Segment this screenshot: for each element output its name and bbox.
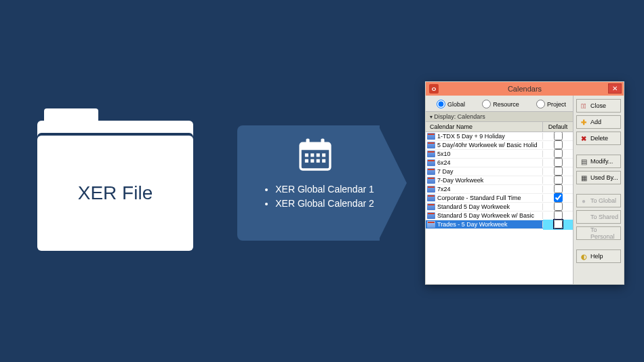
delete-icon: ✖ xyxy=(580,134,588,142)
close-icon: �⃞ xyxy=(580,102,588,110)
delete-button[interactable]: ✖Delete xyxy=(576,132,621,145)
svg-rect-2 xyxy=(306,138,310,146)
arrow-content: XER Global Calendar 1 XER Global Calenda… xyxy=(237,125,393,241)
modify-button[interactable]: ▤Modify... xyxy=(576,155,621,168)
default-checkbox[interactable] xyxy=(554,167,563,176)
svg-rect-7 xyxy=(322,153,325,157)
button-label: Used By... xyxy=(590,174,618,181)
to-global-button[interactable]: ●To Global xyxy=(576,194,621,207)
scope-radio-global[interactable]: Global xyxy=(437,100,465,108)
radio-input[interactable] xyxy=(437,100,445,108)
svg-rect-3 xyxy=(321,138,324,146)
calendar-row-icon xyxy=(427,195,435,201)
row-name: 1-TDX 5 Day + 9 Holiday xyxy=(437,133,543,140)
default-checkbox[interactable] xyxy=(554,211,563,220)
left-pane: Global Resource Project Display: Calenda… xyxy=(426,96,573,284)
default-checkbox[interactable] xyxy=(554,193,563,202)
row-name: Standard 5 Day Workweek w/ Basic xyxy=(437,212,543,219)
svg-rect-8 xyxy=(305,159,308,163)
close-button[interactable]: �⃞Close xyxy=(576,99,621,113)
svg-rect-5 xyxy=(310,153,314,157)
default-checkbox[interactable] xyxy=(554,158,563,167)
arrow-list: XER Global Calendar 1 XER Global Calenda… xyxy=(256,182,374,211)
table-row[interactable]: Trades - 5 Day Workweek xyxy=(426,220,573,229)
scope-radio-project[interactable]: Project xyxy=(536,100,566,108)
calendar-row-icon xyxy=(427,150,435,157)
title-bar: O Calendars ✕ xyxy=(426,82,624,96)
used-by-button[interactable]: ▦Used By... xyxy=(576,171,621,184)
to-shared-button[interactable]: To Shared xyxy=(576,210,621,224)
help-button[interactable]: ◐Help xyxy=(576,249,621,263)
default-checkbox[interactable] xyxy=(554,132,563,140)
dot-icon: ● xyxy=(580,197,588,205)
calendar-row-icon xyxy=(427,142,435,148)
svg-rect-11 xyxy=(322,159,325,163)
xer-file-folder: XER File xyxy=(37,108,193,254)
svg-rect-10 xyxy=(317,159,320,163)
default-checkbox[interactable] xyxy=(554,184,563,193)
row-name: 7x24 xyxy=(437,186,543,193)
calendar-row-icon xyxy=(427,168,435,175)
button-label: Modify... xyxy=(590,158,613,165)
calendar-row-icon xyxy=(427,203,435,210)
column-default[interactable]: Default xyxy=(543,122,573,132)
help-icon: ◐ xyxy=(580,252,588,260)
window-close-button[interactable]: ✕ xyxy=(608,83,622,94)
calendar-row-icon xyxy=(427,186,435,193)
row-name: 7-Day Workweek xyxy=(437,177,543,184)
row-default-cell[interactable] xyxy=(543,220,573,230)
add-button[interactable]: ✚Add xyxy=(576,115,621,129)
default-checkbox[interactable] xyxy=(554,202,563,211)
default-checkbox[interactable] xyxy=(554,149,563,158)
table-header: Calendar Name Default xyxy=(426,122,573,132)
button-label: Delete xyxy=(590,135,608,142)
default-checkbox[interactable] xyxy=(554,220,563,228)
button-label: Help xyxy=(590,253,603,260)
blank-icon xyxy=(580,213,588,221)
calendar-row-icon xyxy=(427,159,435,166)
calendar-row-icon xyxy=(427,221,435,228)
right-pane: �⃞Close ✚Add ✖Delete ▤Modify... ▦Used By… xyxy=(573,96,624,284)
row-name: 5x10 xyxy=(437,150,543,157)
radio-label: Global xyxy=(447,101,465,108)
add-icon: ✚ xyxy=(580,118,588,126)
row-name: 6x24 xyxy=(437,159,543,166)
svg-rect-1 xyxy=(300,143,330,150)
default-checkbox[interactable] xyxy=(554,140,563,149)
button-label: Add xyxy=(590,119,601,125)
row-name: Corporate - Standard Full Time xyxy=(437,195,543,201)
list-item: XER Global Calendar 1 xyxy=(275,182,374,197)
scope-radio-group: Global Resource Project xyxy=(426,96,573,111)
default-checkbox[interactable] xyxy=(554,176,563,184)
radio-input[interactable] xyxy=(482,100,491,108)
radio-input[interactable] xyxy=(536,100,545,108)
dialog-body: Global Resource Project Display: Calenda… xyxy=(426,96,624,284)
button-label: To Personal xyxy=(590,226,620,240)
calendar-row-icon xyxy=(427,212,435,219)
column-name[interactable]: Calendar Name xyxy=(426,122,543,132)
radio-label: Project xyxy=(547,101,566,108)
row-name: Trades - 5 Day Workweek xyxy=(437,221,543,228)
calendars-dialog: O Calendars ✕ Global Resource Project Di… xyxy=(425,81,624,285)
calendar-icon xyxy=(297,136,334,173)
to-personal-button[interactable]: To Personal xyxy=(576,226,621,240)
table-body[interactable]: 1-TDX 5 Day + 9 Holiday5 Day/40hr Workwe… xyxy=(426,132,573,284)
calendar-row-icon xyxy=(427,133,435,140)
button-label: Close xyxy=(590,102,606,109)
row-name: 7 Day xyxy=(437,168,543,175)
blank-icon xyxy=(580,229,588,237)
button-label: To Shared xyxy=(590,214,618,220)
scope-radio-resource[interactable]: Resource xyxy=(482,100,519,108)
calendar-row-icon xyxy=(427,177,435,184)
import-arrow-step: XER Global Calendar 1 XER Global Calenda… xyxy=(237,125,414,241)
svg-rect-6 xyxy=(317,153,320,157)
svg-rect-9 xyxy=(310,159,314,163)
display-toggle[interactable]: Display: Calendars xyxy=(426,111,573,122)
list-item: XER Global Calendar 2 xyxy=(275,197,374,211)
svg-rect-4 xyxy=(305,153,308,157)
dialog-title: Calendars xyxy=(426,85,624,93)
modify-icon: ▤ xyxy=(580,157,588,165)
folder-front: XER File xyxy=(37,136,193,251)
row-name: Standard 5 Day Workweek xyxy=(437,203,543,210)
used-by-icon: ▦ xyxy=(580,174,588,182)
